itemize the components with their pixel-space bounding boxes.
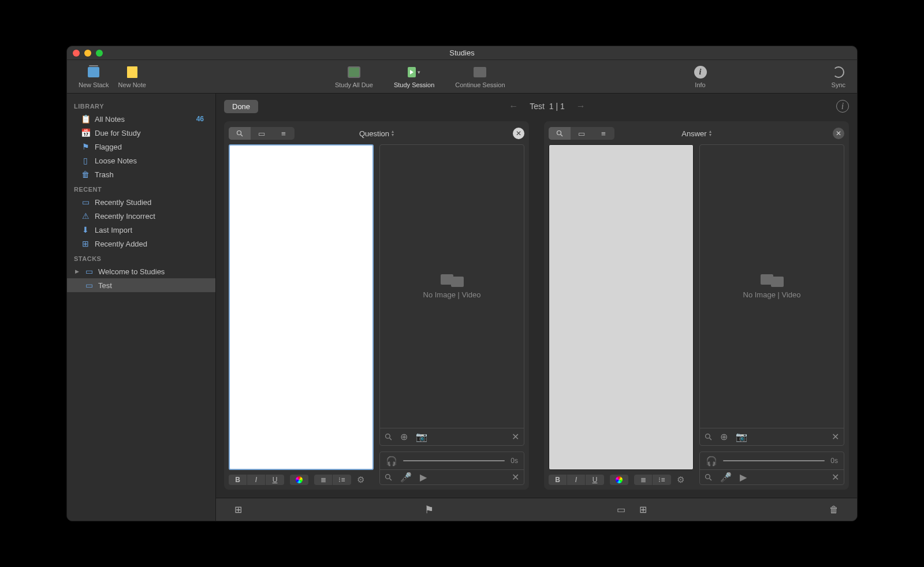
- maximize-window[interactable]: [96, 50, 103, 57]
- info-circle-button[interactable]: i: [836, 100, 849, 113]
- study-session-button[interactable]: ▾ Study Session: [389, 65, 439, 88]
- italic-button[interactable]: I: [567, 475, 586, 485]
- color-button[interactable]: [610, 475, 628, 485]
- color-icon: [616, 476, 623, 483]
- sidebar-item-loose[interactable]: ▯ Loose Notes: [67, 154, 215, 167]
- done-button[interactable]: Done: [224, 100, 258, 113]
- minimize-window[interactable]: [84, 50, 91, 57]
- sidebar-item-test[interactable]: ▭ Test: [67, 278, 215, 292]
- play-audio-icon[interactable]: ▶: [420, 472, 427, 483]
- search-icon[interactable]: [385, 433, 392, 441]
- headphones-icon: 🎧: [386, 456, 397, 467]
- page-icon: ▯: [81, 156, 90, 165]
- sidebar-item-due[interactable]: 📅 Due for Study: [67, 126, 215, 140]
- svg-line-5: [390, 479, 392, 480]
- audio-track[interactable]: [403, 460, 505, 461]
- study-all-due-button[interactable]: Study All Due: [330, 65, 378, 88]
- bullet-list-button[interactable]: ⁝≡: [333, 475, 351, 485]
- sidebar-item-all-notes[interactable]: 📋 All Notes 46: [67, 112, 215, 126]
- search-icon[interactable]: [385, 473, 392, 481]
- numbered-list-button[interactable]: ≣: [314, 475, 333, 485]
- main-header: Done ← Test 1 | 1 → i: [216, 94, 857, 119]
- sort-arrows-icon[interactable]: ▴▾: [709, 130, 711, 137]
- clear-media[interactable]: ✕: [832, 431, 839, 442]
- mic-icon[interactable]: 🎤: [720, 472, 732, 483]
- question-media-box: No Image | Video ⊕ 📷 ✕: [379, 144, 524, 446]
- underline-button[interactable]: U: [586, 475, 604, 485]
- search-icon[interactable]: [705, 433, 712, 441]
- new-stack-button[interactable]: New Stack: [74, 65, 114, 88]
- play-audio-icon[interactable]: ▶: [740, 472, 747, 483]
- next-arrow[interactable]: →: [576, 101, 586, 111]
- sidebar-item-flagged[interactable]: ⚑ Flagged: [67, 140, 215, 154]
- question-textarea[interactable]: [229, 144, 374, 470]
- numbered-list-button[interactable]: ≣: [634, 475, 653, 485]
- add-media-icon[interactable]: ⊕: [720, 431, 728, 442]
- svg-point-10: [706, 475, 710, 479]
- question-format-bar: B I U ≣ ⁝≡: [229, 475, 374, 485]
- app-window: Studies New Stack New Note Study All Due…: [66, 46, 858, 521]
- footer: ⊞ ⚑ ▭ ⊞ 🗑: [216, 498, 857, 521]
- info-icon: i: [694, 66, 707, 79]
- camera-icon[interactable]: 📷: [736, 431, 747, 442]
- bold-button[interactable]: B: [549, 475, 567, 485]
- breadcrumb: Test 1 | 1: [530, 102, 564, 111]
- bullet-list-button[interactable]: ⁝≡: [653, 475, 671, 485]
- info-button[interactable]: i Info: [690, 65, 711, 88]
- disclosure-triangle[interactable]: ▶: [74, 268, 80, 274]
- flag-button[interactable]: ⚑: [418, 503, 441, 516]
- sidebar: LIBRARY 📋 All Notes 46 📅 Due for Study ⚑…: [67, 94, 216, 521]
- sync-button[interactable]: Sync: [827, 65, 850, 88]
- sidebar-item-welcome[interactable]: ▶ ▭ Welcome to Studies: [67, 264, 215, 278]
- add-media-icon[interactable]: ⊕: [400, 431, 408, 442]
- seg-list[interactable]: ≡: [273, 127, 295, 140]
- audio-track[interactable]: [723, 460, 825, 461]
- continue-session-button[interactable]: Continue Session: [450, 65, 509, 88]
- delete-button[interactable]: 🗑: [822, 505, 845, 515]
- mic-icon[interactable]: 🎤: [400, 472, 412, 483]
- close-window[interactable]: [73, 50, 80, 57]
- seg-search[interactable]: [229, 127, 251, 140]
- prev-arrow[interactable]: ←: [509, 101, 518, 111]
- svg-line-9: [710, 438, 711, 440]
- close-answer[interactable]: ✕: [833, 128, 844, 139]
- sort-arrows-icon[interactable]: ▴▾: [392, 130, 394, 137]
- color-icon: [296, 476, 303, 483]
- seg-list[interactable]: ≡: [593, 127, 614, 140]
- notes-button[interactable]: ▭: [610, 504, 632, 515]
- gear-icon[interactable]: ⚙: [357, 475, 364, 485]
- sidebar-item-recently-added[interactable]: ⊞ Recently Added: [67, 237, 215, 251]
- clear-audio[interactable]: ✕: [832, 472, 839, 483]
- clear-audio[interactable]: ✕: [512, 472, 519, 483]
- seg-card[interactable]: ▭: [571, 127, 593, 140]
- headphones-icon: 🎧: [706, 456, 717, 467]
- sidebar-item-recently-incorrect[interactable]: ⚠ Recently Incorrect: [67, 209, 215, 223]
- underline-button[interactable]: U: [266, 475, 284, 485]
- clear-media[interactable]: ✕: [512, 431, 519, 442]
- card-icon: ▭: [81, 197, 90, 207]
- add-card-button[interactable]: ⊞: [228, 504, 249, 515]
- new-note-button[interactable]: New Note: [114, 65, 151, 88]
- sidebar-item-last-import[interactable]: ⬇ Last Import: [67, 223, 215, 237]
- media-placeholder-icon: [761, 274, 784, 287]
- warning-icon: ⚠: [81, 211, 90, 221]
- camera-icon[interactable]: 📷: [416, 431, 427, 442]
- answer-format-bar: B I U ≣ ⁝≡: [549, 475, 694, 485]
- sidebar-item-trash[interactable]: 🗑 Trash: [67, 167, 215, 181]
- answer-card: ▭ ≡ Answer ▴▾ ✕: [544, 121, 849, 490]
- seg-search[interactable]: [549, 127, 571, 140]
- seg-card[interactable]: ▭: [251, 127, 273, 140]
- bold-button[interactable]: B: [229, 475, 247, 485]
- search-icon[interactable]: [705, 473, 712, 481]
- svg-point-8: [706, 434, 710, 439]
- note-icon: [127, 66, 137, 78]
- add-button[interactable]: ⊞: [632, 504, 654, 515]
- italic-button[interactable]: I: [247, 475, 266, 485]
- answer-textarea[interactable]: [549, 144, 694, 470]
- gear-icon[interactable]: ⚙: [677, 475, 684, 485]
- calendar-icon: [348, 66, 360, 78]
- close-question[interactable]: ✕: [513, 128, 524, 139]
- sidebar-item-recently-studied[interactable]: ▭ Recently Studied: [67, 195, 215, 209]
- color-button[interactable]: [290, 475, 308, 485]
- svg-line-7: [561, 135, 562, 136]
